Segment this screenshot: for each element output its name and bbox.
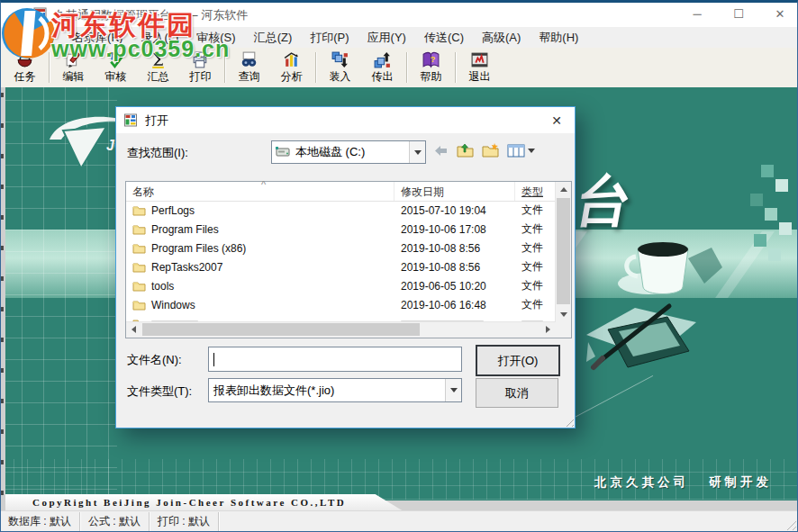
text-caret (213, 353, 214, 366)
toolbar-separator (455, 52, 456, 83)
file-date: 2019-10-06 16:48 (394, 299, 515, 311)
folder-icon (132, 224, 146, 235)
vertical-scroll-thumb[interactable] (557, 198, 570, 304)
menu-item-tasks[interactable]: 任务(R) (5, 28, 63, 48)
toolbar-export-button[interactable]: 传出 (361, 48, 404, 87)
tasks-icon (15, 50, 34, 69)
file-name: tools (151, 280, 174, 293)
menu-item-print[interactable]: 打印(P) (301, 28, 358, 48)
coffee-cup-image (602, 231, 728, 303)
dialog-close-button[interactable]: ✕ (547, 113, 567, 128)
credit-text: 北京久其公司研制开发 (594, 474, 772, 491)
toolbar-audit-button[interactable]: 审核 (95, 48, 137, 87)
file-row[interactable]: PerfLogs 2015-07-10 19:04 文件 (126, 201, 556, 220)
menu-item-audit[interactable]: 审核(S) (187, 28, 244, 48)
look-in-combobox[interactable]: 本地磁盘 (C:) (271, 140, 426, 164)
copyright-text: CopyRight BeiJing Join-Cheer Software CO… (0, 494, 404, 511)
dialog-title: 打开 (145, 113, 168, 129)
exit-icon (470, 50, 489, 69)
file-row[interactable]: tools 2019-06-05 10:20 文件 (126, 276, 556, 295)
menu-bar: 任务(R) 名录库(K) 录入(L) 审核(S) 汇总(Z) 打印(P) 应用(… (0, 27, 798, 48)
sort-indicator: ^ (261, 179, 266, 190)
file-name-label: 文件名(N): (127, 352, 182, 368)
toolbar-separator (49, 52, 50, 83)
file-row[interactable]: RepTasks2007 2019-10-08 8:56 文件 (126, 257, 556, 276)
look-in-label: 查找范围(I): (127, 145, 188, 161)
new-folder-icon[interactable] (482, 143, 499, 158)
dialog-title-bar[interactable]: 打开 ✕ (116, 107, 575, 133)
file-date: 2019-10-08 8:56 (394, 242, 515, 255)
menu-item-advanced[interactable]: 高级(A) (473, 28, 530, 48)
column-header-date[interactable]: 修改日期 (394, 182, 515, 201)
back-icon[interactable] (433, 144, 449, 158)
scroll-right-button[interactable] (540, 322, 556, 337)
scroll-left-button[interactable] (126, 322, 141, 337)
export-icon (373, 50, 392, 69)
toolbar-separator (315, 52, 316, 83)
file-type: 文件 (515, 297, 556, 312)
look-in-dropdown-button[interactable] (409, 141, 425, 163)
toolbar-analysis-button[interactable]: 分析 (270, 48, 313, 87)
file-date: 2019-06-05 10:20 (394, 280, 515, 293)
svg-text:?: ? (431, 54, 436, 64)
toolbar-help-button[interactable]: ? 帮助 (410, 48, 452, 87)
up-folder-icon[interactable] (457, 143, 474, 158)
view-menu-caret (528, 149, 535, 153)
printer-icon (191, 50, 210, 69)
file-name-input[interactable] (208, 347, 462, 372)
toolbar-tasks-button[interactable]: 任务 (4, 48, 46, 87)
view-menu-button[interactable] (507, 144, 535, 158)
file-list: ^ 名称 修改日期 类型 PerfLogs 2015-07-10 19:04 文… (125, 181, 572, 338)
column-header-type[interactable]: 类型 (515, 182, 556, 201)
toolbar-summary-button[interactable]: 汇总 (137, 48, 179, 87)
folder-icon (132, 300, 146, 311)
close-button[interactable]: ✕ (771, 7, 789, 21)
toolbar-separator (224, 52, 225, 83)
open-dialog: 打开 ✕ 查找范围(I): 本地磁盘 (C:) (115, 106, 576, 428)
file-type: 文件 (515, 203, 556, 218)
horizontal-scroll-thumb[interactable] (142, 323, 420, 336)
menu-item-apply[interactable]: 应用(Y) (358, 28, 415, 48)
minimize-button[interactable]: ─ (688, 7, 706, 21)
file-date: 2019-10-08 8:56 (394, 261, 515, 274)
horizontal-scrollbar[interactable] (126, 321, 556, 338)
menu-item-registry[interactable]: 名录库(K) (63, 28, 131, 48)
copyright-band: CopyRight BeiJing Join-Cheer Software CO… (0, 494, 404, 511)
menu-item-entry[interactable]: 录入(L) (131, 28, 187, 48)
menu-item-transfer[interactable]: 传送(C) (415, 28, 473, 48)
file-row[interactable]: Program Files (x86) 2019-10-08 8:56 文件 (126, 239, 556, 257)
file-type-dropdown-button[interactable] (445, 379, 461, 401)
scrollbar-corner (556, 322, 571, 338)
menu-item-summary[interactable]: 汇总(Z) (245, 28, 302, 48)
column-header-name[interactable]: 名称 (126, 182, 394, 201)
file-type-label: 文件类型(T): (127, 383, 192, 400)
vertical-scrollbar[interactable] (555, 182, 571, 322)
toolbar-query-button[interactable]: 查询 (228, 48, 270, 87)
chart-icon (282, 50, 301, 69)
app-icon (33, 6, 48, 21)
file-name: Program Files (x86) (151, 242, 246, 255)
scroll-down-button[interactable] (556, 307, 571, 322)
toolbar-edit-button[interactable]: 编辑 (52, 48, 95, 87)
file-row[interactable]: Program Files 2019-10-06 17:08 文件 (126, 220, 556, 239)
toolbar-exit-button[interactable]: 退出 (458, 48, 501, 87)
file-type: 文件 (515, 240, 556, 256)
cancel-button[interactable]: 取消 (476, 378, 558, 408)
toolbar-separator (406, 52, 407, 83)
toolbar-load-button[interactable]: 装入 (319, 48, 361, 87)
title-bar: 久其通用数据管理平台 —— 河东软件 ─ ☐ ✕ (0, 0, 798, 27)
load-icon (331, 50, 349, 69)
menu-item-help[interactable]: 帮助(H) (530, 28, 587, 48)
scroll-up-button[interactable] (556, 182, 571, 197)
file-name: Windows (151, 299, 195, 311)
folder-icon (132, 205, 146, 216)
file-row[interactable]: Windows 2019-10-06 16:48 文件 (126, 295, 556, 314)
look-in-value: 本地磁盘 (C:) (291, 144, 409, 160)
window-resize-grip[interactable] (784, 518, 796, 530)
folder-icon (132, 262, 146, 273)
maximize-button[interactable]: ☐ (730, 7, 748, 21)
toolbar-print-button[interactable]: 打印 (179, 48, 222, 87)
dialog-resize-grip[interactable] (563, 416, 574, 427)
open-button[interactable]: 打开(O) (476, 345, 560, 376)
file-type-combobox[interactable]: 报表卸出数据文件(*.jio) (208, 378, 462, 402)
